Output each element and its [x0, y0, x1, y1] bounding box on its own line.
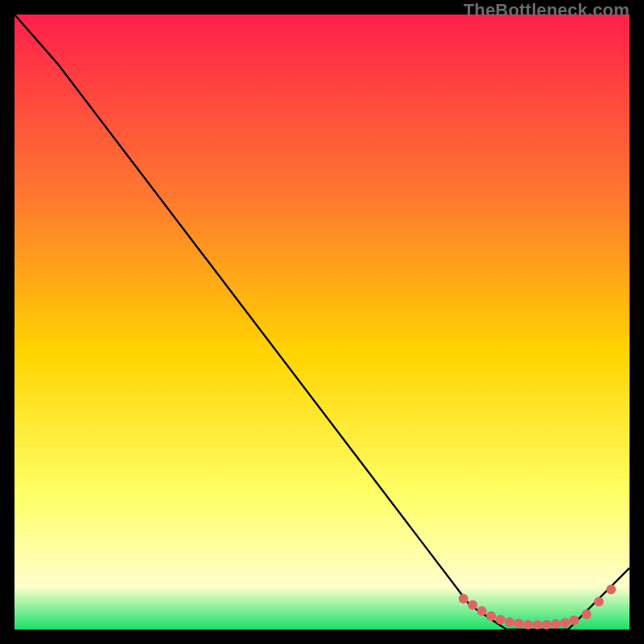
highlight-dot — [542, 620, 551, 630]
highlight-dot — [468, 600, 477, 609]
highlight-dot — [505, 617, 514, 627]
highlight-dot — [496, 615, 506, 625]
highlight-dot — [486, 611, 496, 621]
highlight-dot — [569, 616, 579, 625]
gradient-background — [14, 14, 630, 630]
highlight-dot — [606, 584, 616, 594]
plot-svg — [14, 14, 630, 630]
plot-area — [14, 14, 630, 630]
highlight-dot — [459, 594, 469, 604]
chart-stage: TheBottleneck.com — [0, 0, 644, 644]
highlight-dot — [532, 620, 542, 630]
highlight-dot — [477, 606, 487, 616]
watermark-text: TheBottleneck.com — [464, 0, 630, 21]
highlight-dot — [551, 619, 560, 629]
highlight-dot — [560, 618, 570, 628]
highlight-dot — [523, 620, 533, 630]
highlight-dot — [582, 609, 592, 619]
highlight-dot — [594, 597, 604, 607]
highlight-dot — [514, 618, 524, 628]
